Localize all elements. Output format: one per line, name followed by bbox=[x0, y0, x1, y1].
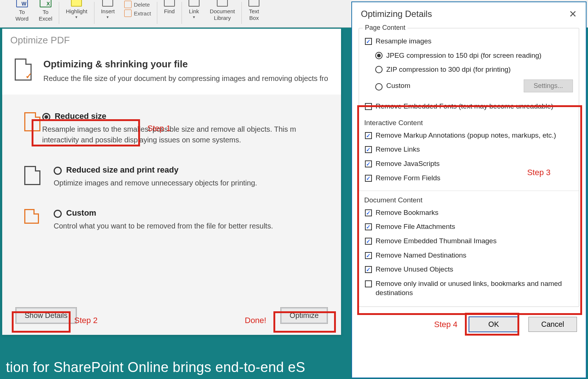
ribbon-extract[interactable]: Extract bbox=[124, 9, 151, 18]
option-reduced-size[interactable]: Reduced size Resample images to the smal… bbox=[13, 104, 330, 158]
close-button[interactable]: ✕ bbox=[569, 9, 577, 19]
optimize-button[interactable]: Optimize bbox=[281, 308, 327, 323]
ribbon-separator bbox=[94, 2, 94, 24]
remove-unused-check[interactable]: Remove Unused Objects bbox=[364, 262, 574, 277]
ribbon-separator bbox=[182, 2, 182, 24]
checkbox-icon bbox=[365, 160, 372, 167]
ribbon-label: Find bbox=[164, 8, 175, 15]
ribbon-label: Highlight bbox=[66, 8, 87, 15]
radio-custom[interactable] bbox=[54, 210, 62, 218]
checkbox-icon bbox=[365, 280, 372, 287]
optimize-subheading: Reduce the file size of your document by… bbox=[43, 74, 328, 83]
done-label: Done! bbox=[245, 316, 266, 325]
option-title: Reduced size and print ready bbox=[66, 165, 179, 175]
check-label: Remove JavaScripts bbox=[376, 159, 440, 169]
radio-icon bbox=[375, 66, 383, 73]
ribbon-separator bbox=[157, 2, 157, 24]
ok-button[interactable]: OK bbox=[469, 316, 519, 332]
option-custom[interactable]: Custom Control what you want to be remov… bbox=[13, 201, 330, 244]
optimizing-details-dialog: Optimizing Details ✕ Page Content Resamp… bbox=[351, 1, 587, 378]
remove-named-dest-check[interactable]: Remove Named Destinations bbox=[364, 248, 574, 263]
checkbox-icon bbox=[365, 132, 372, 139]
remove-fonts-check[interactable]: Remove Embedded Fonts (text may become u… bbox=[364, 99, 574, 114]
check-label: Remove Named Destinations bbox=[376, 251, 466, 260]
ribbon-insert[interactable]: Insert ▾ bbox=[96, 0, 120, 28]
ribbon-label: Link bbox=[189, 8, 199, 15]
step1-label: Step 1 bbox=[147, 124, 171, 133]
check-label: Remove Bookmarks bbox=[376, 208, 438, 217]
checkbox-icon bbox=[365, 252, 372, 259]
ribbon-find[interactable]: Find bbox=[159, 0, 180, 28]
radio-label: Custom bbox=[386, 81, 410, 91]
ribbon-to-excel[interactable]: To Excel bbox=[34, 0, 58, 28]
page-content-legend: Page Content bbox=[363, 24, 408, 32]
radio-reduced-size[interactable] bbox=[42, 113, 50, 121]
checkbox-icon bbox=[365, 175, 372, 182]
print-ready-icon bbox=[24, 166, 40, 185]
step3-label: Step 3 bbox=[527, 168, 551, 177]
option-title: Custom bbox=[66, 208, 96, 218]
option-reduced-print[interactable]: Reduced size and print ready Optimize im… bbox=[13, 158, 330, 201]
document-check-icon bbox=[15, 59, 32, 81]
excel-icon bbox=[40, 0, 51, 7]
remove-invalid-check[interactable]: Remove only invalid or unused links, boo… bbox=[364, 277, 574, 300]
check-label: Remove only invalid or unused links, boo… bbox=[376, 279, 573, 297]
link-icon bbox=[189, 0, 200, 7]
reduced-size-icon bbox=[24, 112, 40, 131]
ribbon-label: To Word bbox=[15, 9, 29, 22]
show-details-button[interactable]: Show Details bbox=[16, 308, 76, 323]
check-label: Remove Embedded Fonts (text may become u… bbox=[376, 102, 553, 111]
checkbox-icon bbox=[365, 146, 372, 153]
option-desc: Optimize images and remove unnecessary o… bbox=[54, 178, 257, 188]
ribbon-label: Insert bbox=[101, 8, 115, 15]
radio-icon bbox=[375, 52, 383, 59]
jpeg-radio[interactable]: JPEG compression to 150 dpi (for screen … bbox=[364, 49, 574, 63]
interactive-content-legend: Interactive Content bbox=[364, 119, 574, 127]
remove-bookmarks-check[interactable]: Remove Bookmarks bbox=[364, 206, 574, 220]
zip-radio[interactable]: ZIP compression to 300 dpi (for printing… bbox=[364, 63, 574, 77]
details-title: Optimizing Details bbox=[361, 9, 432, 19]
background-text: tion for SharePoint Online brings end-to… bbox=[6, 359, 305, 375]
optimize-options: Reduced size Resample images to the smal… bbox=[2, 95, 341, 254]
ribbon-to-word[interactable]: To Word bbox=[10, 0, 34, 28]
ribbon-separator bbox=[241, 2, 242, 24]
check-label: Resample images bbox=[376, 37, 431, 46]
ribbon-delete[interactable]: Delete bbox=[124, 0, 150, 9]
checkbox-icon bbox=[365, 38, 372, 45]
ribbon-label: Extract bbox=[134, 10, 151, 17]
optimize-pdf-pane: Optimize PDF Optimizing & shrinking your… bbox=[2, 29, 341, 335]
custom-radio[interactable]: Custom Settings... bbox=[364, 77, 574, 95]
remove-links-check[interactable]: Remove Links bbox=[364, 142, 574, 157]
ribbon-label: Delete bbox=[134, 1, 150, 8]
ribbon-link[interactable]: Link ▾ bbox=[183, 0, 205, 28]
radio-label: ZIP compression to 300 dpi (for printing… bbox=[386, 65, 511, 74]
ribbon-document-library[interactable]: Document Library bbox=[205, 0, 240, 28]
checkbox-icon bbox=[365, 223, 372, 230]
check-label: Remove File Attachments bbox=[376, 222, 455, 231]
ribbon-text-box[interactable]: Text Box bbox=[243, 0, 265, 28]
ribbon-highlight[interactable]: Highlight ▾ bbox=[61, 0, 92, 28]
extract-icon bbox=[124, 10, 132, 17]
checkbox-icon bbox=[365, 209, 372, 216]
ribbon-label: To Excel bbox=[39, 9, 53, 22]
remove-thumbnails-check[interactable]: Remove Embedded Thumbnail Images bbox=[364, 234, 574, 248]
trash-icon bbox=[124, 1, 132, 8]
check-label: Remove Markup Annotations (popup notes, … bbox=[376, 131, 556, 140]
chevron-down-icon: ▾ bbox=[107, 15, 109, 20]
remove-attachments-check[interactable]: Remove File Attachments bbox=[364, 220, 574, 234]
remove-markup-check[interactable]: Remove Markup Annotations (popup notes, … bbox=[364, 128, 574, 143]
textbox-icon bbox=[248, 0, 259, 7]
cancel-button[interactable]: Cancel bbox=[528, 317, 577, 332]
find-icon bbox=[164, 0, 175, 7]
optimize-heading: Optimizing & shrinking your file bbox=[43, 59, 328, 70]
insert-icon bbox=[102, 0, 113, 7]
resample-images-check[interactable]: Resample images bbox=[364, 34, 574, 49]
ribbon-page-actions: Delete Extract bbox=[120, 0, 155, 18]
document-content-legend: Document Content bbox=[364, 196, 574, 204]
radio-reduced-print[interactable] bbox=[54, 167, 62, 175]
custom-icon bbox=[24, 209, 39, 224]
highlight-icon bbox=[71, 0, 82, 7]
step2-label: Step 2 bbox=[74, 316, 98, 325]
settings-button: Settings... bbox=[524, 79, 573, 92]
ribbon-label: Document Library bbox=[210, 8, 235, 21]
